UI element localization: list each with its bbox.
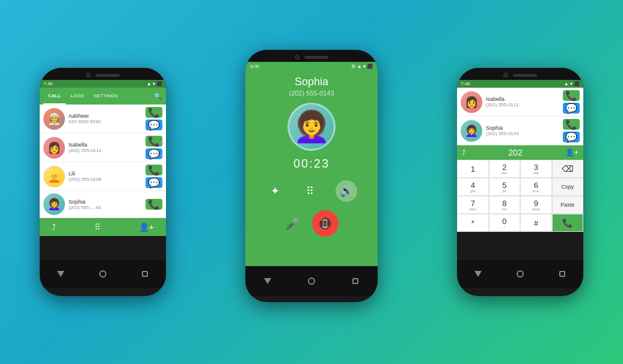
phone-3: 7:48 ▲ ▾ ⬛ 👩 Isabella (202) 555-0111 📞 💬… bbox=[457, 68, 583, 296]
back-button-3[interactable] bbox=[473, 269, 483, 279]
phone-top-1 bbox=[40, 68, 166, 80]
back-button-2[interactable] bbox=[263, 276, 272, 286]
call-btn-aabheer[interactable]: 📞 bbox=[146, 107, 162, 118]
name-card-isabella: Isabella bbox=[486, 96, 559, 102]
dial-8[interactable]: 8 tuv bbox=[489, 196, 521, 214]
bottom-action-bar: ⤴ ⠿ 👤+ bbox=[40, 218, 166, 236]
call-bottom-controls: 🎤 📵 bbox=[245, 207, 378, 240]
share-icon[interactable]: ⤴ bbox=[52, 222, 56, 232]
msg-btn-aabheer[interactable]: 💬 bbox=[146, 120, 162, 130]
dial-call[interactable]: 📞 bbox=[552, 214, 584, 232]
nav-bar-1 bbox=[40, 260, 166, 288]
call-card-isabella[interactable]: 📞 bbox=[563, 90, 580, 101]
contact-cards-3: 👩 Isabella (202) 555-0111 📞 💬 👩‍🦱 Sophia… bbox=[457, 88, 583, 145]
tabs-bar-1: CALL LOGS SETTINGS 🔍 bbox=[40, 88, 166, 105]
status-bar-1: 7:46 ▲ ▾ ⬛ bbox=[40, 80, 166, 88]
phone-isabella: (202) 555-0111 bbox=[69, 148, 142, 153]
recents-button-3[interactable] bbox=[557, 269, 567, 279]
mute-button[interactable]: 🎤 bbox=[285, 216, 300, 231]
call-btn-lili[interactable]: 📞 bbox=[146, 165, 162, 175]
dial-1[interactable]: 1 bbox=[457, 160, 489, 178]
front-camera-1 bbox=[86, 73, 91, 77]
end-call-button[interactable]: 📵 bbox=[312, 210, 339, 237]
avatar-card-sophia: 👩‍🦱 bbox=[461, 120, 482, 142]
home-button-1[interactable] bbox=[98, 269, 108, 279]
status-time-1: 7:46 bbox=[43, 81, 53, 86]
avatar-card-isabella: 👩 bbox=[461, 91, 482, 113]
msg-card-isabella[interactable]: 💬 bbox=[563, 103, 580, 114]
info-card-isabella: Isabella (202) 555-0111 bbox=[486, 96, 559, 108]
call-avatar-wrap: 👩‍🦱 bbox=[245, 103, 378, 151]
status-bar-3: 7:48 ▲ ▾ ⬛ bbox=[457, 80, 583, 88]
recents-button-1[interactable] bbox=[140, 269, 150, 279]
contact-isabella[interactable]: 👩 Isabella (202) 555-0111 📞 💬 bbox=[40, 133, 166, 162]
letter-a[interactable]: A bbox=[161, 141, 164, 145]
phone-top-3 bbox=[457, 68, 583, 80]
letter-s[interactable]: S bbox=[161, 178, 164, 183]
dial-0[interactable]: 0 + bbox=[489, 214, 521, 232]
screen-3: 7:48 ▲ ▾ ⬛ 👩 Isabella (202) 555-0111 📞 💬… bbox=[457, 80, 583, 260]
dial-star[interactable]: * bbox=[457, 214, 489, 232]
dial-share-icon[interactable]: ⤴ bbox=[462, 148, 465, 157]
back-button-1[interactable] bbox=[56, 269, 66, 279]
actions-card-sophia: 📞 💬 bbox=[563, 119, 580, 142]
earpiece-3 bbox=[513, 74, 537, 77]
nav-bar-2 bbox=[245, 266, 378, 296]
call-card-sophia[interactable]: 📞 bbox=[563, 119, 580, 130]
dial-9[interactable]: 9 wxyz bbox=[520, 196, 552, 214]
msg-btn-isabella[interactable]: 💬 bbox=[146, 148, 162, 159]
dial-paste[interactable]: Paste bbox=[552, 196, 584, 214]
status-icons-2: ⚙ ▲ ▾ ⬛ bbox=[351, 64, 373, 69]
home-button-3[interactable] bbox=[515, 269, 525, 279]
contact-card-isabella[interactable]: 👩 Isabella (202) 555-0111 📞 💬 bbox=[457, 88, 583, 117]
contact-sophia[interactable]: 👩‍🦱 Sophia (202) 555-…43 📞 bbox=[40, 191, 166, 218]
phone-2: 8:00 ⚙ ▲ ▾ ⬛ Sophia (202) 555-0143 👩‍🦱 0… bbox=[245, 50, 378, 302]
actions-isabella: 📞 💬 bbox=[146, 136, 162, 159]
msg-btn-lili[interactable]: 💬 bbox=[146, 177, 162, 188]
keypad-icon[interactable]: ⠿ bbox=[301, 182, 319, 200]
dial-hash[interactable]: # bbox=[520, 214, 552, 232]
letter-i[interactable]: I bbox=[161, 153, 164, 157]
info-card-sophia: Sophia (202) 555-0143 bbox=[486, 125, 559, 136]
dialpad-icon[interactable]: ⠿ bbox=[94, 222, 100, 232]
dial-2[interactable]: 2 abc bbox=[489, 160, 521, 178]
tab-logs[interactable]: LOGS bbox=[66, 88, 89, 105]
phone-card-isabella: (202) 555-0111 bbox=[486, 102, 559, 108]
dial-3[interactable]: 3 def bbox=[520, 160, 552, 178]
dial-6[interactable]: 6 mno bbox=[520, 178, 552, 196]
name-card-sophia: Sophia bbox=[486, 125, 559, 131]
dial-5[interactable]: 5 jkl bbox=[489, 178, 521, 196]
speaker-icon[interactable]: 🔊 bbox=[336, 180, 357, 202]
contact-info-isabella: Isabella (202) 555-0111 bbox=[69, 142, 142, 153]
letter-l[interactable]: L bbox=[161, 166, 164, 170]
avatar-sophia: 👩‍🦱 bbox=[43, 193, 65, 215]
recents-button-2[interactable] bbox=[351, 276, 360, 286]
status-bar-2: 8:00 ⚙ ▲ ▾ ⬛ bbox=[245, 62, 378, 71]
dial-delete[interactable]: ⌫ bbox=[552, 160, 584, 178]
dial-add-contact-icon[interactable]: 👤+ bbox=[565, 148, 578, 157]
front-camera-3 bbox=[503, 73, 508, 77]
contact-card-sophia[interactable]: 👩‍🦱 Sophia (202) 555-0143 📞 💬 bbox=[457, 117, 583, 145]
status-icons-3: ▲ ▾ ⬛ bbox=[564, 81, 580, 86]
dial-copy[interactable]: Copy bbox=[552, 178, 584, 196]
call-btn-isabella[interactable]: 📞 bbox=[146, 136, 162, 147]
search-icon[interactable]: 🔍 bbox=[154, 93, 162, 100]
tab-call[interactable]: CALL bbox=[43, 88, 66, 105]
nav-bar-3 bbox=[457, 260, 583, 288]
call-btn-sophia[interactable]: 📞 bbox=[146, 199, 162, 210]
call-contact-number: (202) 555-0143 bbox=[245, 89, 378, 97]
dial-7[interactable]: 7 pqrs bbox=[457, 196, 489, 214]
msg-card-sophia[interactable]: 💬 bbox=[563, 132, 580, 142]
contact-info-sophia: Sophia (202) 555-…43 bbox=[69, 199, 142, 210]
contact-info-aabheer: Aabheer 020 3030 3030 bbox=[69, 113, 142, 124]
contact-aabheer[interactable]: 👳 Aabheer 020 3030 3030 📞 💬 bbox=[40, 105, 166, 133]
contact-lili[interactable]: 👱 Lili (202) 555-0106 📞 💬 bbox=[40, 162, 166, 191]
tab-settings[interactable]: SETTINGS bbox=[89, 88, 123, 105]
name-isabella: Isabella bbox=[69, 142, 142, 148]
dial-4[interactable]: 4 ghi bbox=[457, 178, 489, 196]
bluetooth-icon[interactable]: ✦ bbox=[266, 182, 284, 200]
home-button-2[interactable] bbox=[307, 276, 316, 286]
add-contact-icon[interactable]: 👤+ bbox=[139, 222, 154, 232]
actions-sophia: 📞 bbox=[146, 199, 162, 210]
earpiece-2 bbox=[304, 56, 328, 59]
